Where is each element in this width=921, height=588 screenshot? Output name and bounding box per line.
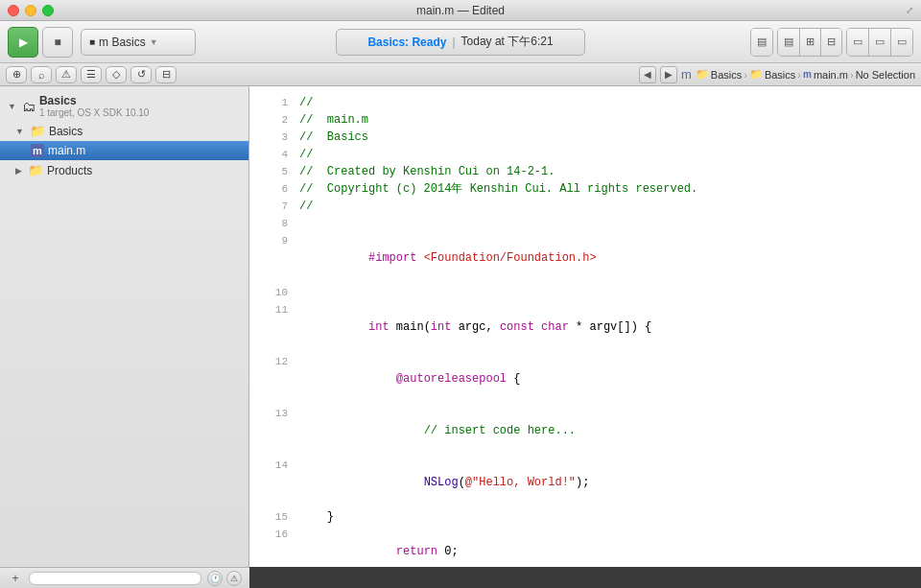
add-file-button[interactable]: ⊕ xyxy=(6,66,27,83)
code-line-1: 1 // xyxy=(249,94,921,111)
file-icon-mainm: m xyxy=(803,69,812,80)
scheme-arrow: ▼ xyxy=(150,37,158,47)
run-button[interactable]: ▶ xyxy=(8,27,38,58)
line-number-6: 6 xyxy=(261,180,288,198)
code-line-5: 5 // Created by Kenshin Cui on 14-2-1. xyxy=(249,163,921,180)
code-line-13: 13 // insert code here... xyxy=(249,405,921,457)
forward-button[interactable]: ▶ xyxy=(660,66,677,83)
sidebar: ▼ 🗂 Basics 1 target, OS X SDK 10.10 ▼ 📁 … xyxy=(0,86,249,567)
assistant-editor-icon: ⊞ xyxy=(806,35,815,48)
line-number-16: 16 xyxy=(261,526,288,567)
debug-toggle[interactable]: ▭ xyxy=(847,29,869,56)
code-line-16: 16 return 0; xyxy=(249,526,921,567)
debug-icon: ▭ xyxy=(853,35,862,48)
code-line-3: 3 // Basics xyxy=(249,129,921,146)
bottom-bar: + 🕐 ⚠ xyxy=(0,567,249,588)
code-line-15: 15 } xyxy=(249,508,921,526)
history-button[interactable]: ↺ xyxy=(130,66,152,83)
project-subtitle: 1 target, OS X SDK 10.10 xyxy=(39,107,150,118)
warn-circle-button[interactable]: ⚠ xyxy=(226,571,242,586)
line-number-15: 15 xyxy=(261,508,288,526)
breadcrumb-item-basics-group[interactable]: 📁 Basics xyxy=(749,68,795,81)
code-line-11: 11 int main(int argc, const char * argv[… xyxy=(249,301,921,353)
right-panel-toggle: ▭ ▭ ▭ xyxy=(846,28,913,57)
breadcrumb-sep-3: › xyxy=(850,69,854,81)
utilities-toggle[interactable]: ▭ xyxy=(891,29,912,56)
warning-icon: ⚠ xyxy=(61,68,71,81)
breadcrumb: 📁 Basics › 📁 Basics › m main.m › No Sele… xyxy=(696,68,915,81)
line-number-10: 10 xyxy=(261,284,288,301)
back-button[interactable]: ◀ xyxy=(639,66,656,83)
status-prefix: Basics: Ready xyxy=(367,35,446,49)
left-panel-toggle: ▤ xyxy=(750,28,773,57)
line-code-4: // xyxy=(299,146,313,163)
status-time: Today at 下午6:21 xyxy=(461,34,554,50)
inspector-toggle[interactable]: ▭ xyxy=(869,29,891,56)
sidebar-item-mainm[interactable]: m main.m xyxy=(0,141,248,160)
nav-split-button[interactable]: ⊟ xyxy=(155,66,177,83)
project-disclosure[interactable]: ▼ xyxy=(8,102,16,111)
line-code-15: } xyxy=(299,508,334,526)
navigator-toggle[interactable]: ▤ xyxy=(751,29,772,56)
sidebar-item-basics-group[interactable]: ▼ 📁 Basics xyxy=(0,121,248,141)
filter-input[interactable] xyxy=(29,572,201,585)
line-code-14: NSLog(@"Hello, World!"); xyxy=(299,457,589,508)
version-editor-toggle[interactable]: ⊟ xyxy=(821,29,841,56)
line-number-9: 9 xyxy=(261,232,288,284)
line-number-1: 1 xyxy=(261,94,288,111)
line-code-2: // main.m xyxy=(299,111,368,129)
line-number-14: 14 xyxy=(261,457,288,508)
code-line-8: 8 xyxy=(249,215,921,232)
breadcrumb-label-mainm: main.m xyxy=(814,69,848,81)
code-line-9: 9 #import <Foundation/Foundation.h> xyxy=(249,232,921,284)
clock-button[interactable]: 🕐 xyxy=(207,571,223,586)
scheme-selector[interactable]: ■ m Basics ▼ xyxy=(81,29,196,56)
stop-icon: ■ xyxy=(54,35,60,49)
breadcrumb-item-no-selection[interactable]: No Selection xyxy=(856,69,915,81)
resize-icon[interactable]: ⤢ xyxy=(906,5,913,15)
breadcrumb-sep-2: › xyxy=(797,69,801,81)
run-icon: ▶ xyxy=(19,35,28,49)
filter-button[interactable]: ⌕ xyxy=(31,66,52,83)
back-icon: ◀ xyxy=(644,69,651,80)
traffic-lights xyxy=(8,5,54,16)
split-icon: ⊟ xyxy=(162,68,171,81)
code-line-14: 14 NSLog(@"Hello, World!"); xyxy=(249,457,921,508)
line-number-5: 5 xyxy=(261,163,288,180)
standard-editor-toggle[interactable]: ▤ xyxy=(778,29,800,56)
editor-area: 1 // 2 // main.m 3 // Basics 4 // 5 // C… xyxy=(249,86,921,567)
close-button[interactable] xyxy=(8,5,19,16)
assistant-editor-toggle[interactable]: ⊞ xyxy=(800,29,821,56)
toolbar-right: ▤ ▤ ⊞ ⊟ ▭ ▭ ▭ xyxy=(750,28,913,57)
line-code-6: // Copyright (c) 2014年 Kenshin Cui. All … xyxy=(299,180,697,198)
line-code-12: @autoreleasepool { xyxy=(299,353,520,405)
breadcrumb-item-basics-project[interactable]: 📁 Basics xyxy=(696,68,742,81)
folder-icon-2: 📁 xyxy=(749,68,763,81)
add-button[interactable]: + xyxy=(8,571,23,586)
warning-button[interactable]: ⚠ xyxy=(56,66,77,83)
project-icon: 🗂 xyxy=(22,99,35,114)
code-editor[interactable]: 1 // 2 // main.m 3 // Basics 4 // 5 // C… xyxy=(249,86,921,567)
list-icon: ☰ xyxy=(86,68,96,81)
products-disclosure[interactable]: ▶ xyxy=(15,166,22,176)
basics-group-folder-icon: 📁 xyxy=(30,124,45,138)
maximize-button[interactable] xyxy=(42,5,54,16)
minimize-button[interactable] xyxy=(25,5,36,16)
sidebar-item-products[interactable]: ▶ 📁 Products xyxy=(0,160,248,180)
line-code-13: // insert code here... xyxy=(299,405,576,457)
code-line-4: 4 // xyxy=(249,146,921,163)
nav-split-view-toggle: ⊟ xyxy=(155,66,177,83)
line-number-8: 8 xyxy=(261,215,288,232)
version-editor-icon: ⊟ xyxy=(827,35,836,48)
tag-button[interactable]: ◇ xyxy=(106,66,127,83)
line-code-1: // xyxy=(299,94,313,111)
project-name: Basics xyxy=(39,94,150,107)
forward-icon: ▶ xyxy=(665,69,673,80)
basics-group-disclosure[interactable]: ▼ xyxy=(15,127,24,136)
line-code-5: // Created by Kenshin Cui on 14-2-1. xyxy=(299,163,555,180)
breadcrumb-item-mainm[interactable]: m main.m xyxy=(803,69,848,81)
stop-button[interactable]: ■ xyxy=(42,27,73,58)
list-button[interactable]: ☰ xyxy=(81,66,102,83)
code-line-7: 7 // xyxy=(249,198,921,215)
sidebar-project-root[interactable]: ▼ 🗂 Basics 1 target, OS X SDK 10.10 xyxy=(0,86,248,121)
